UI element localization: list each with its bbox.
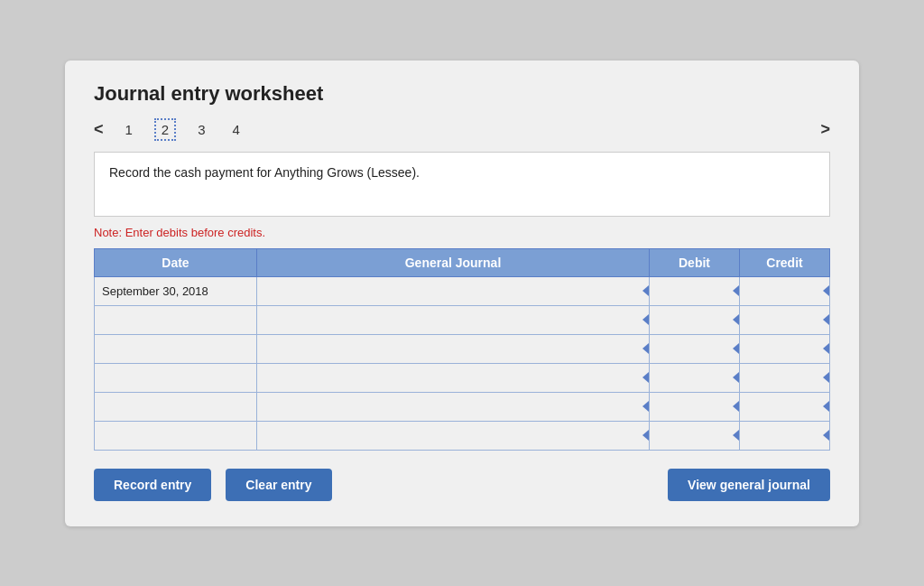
journal-input-cell-1[interactable] (257, 276, 650, 305)
next-arrow[interactable]: > (820, 120, 830, 139)
journal-input-1[interactable] (257, 277, 649, 305)
debit-input-cell-2[interactable] (650, 305, 740, 334)
note-text: Note: Enter debits before credits. (94, 226, 830, 239)
table-row: September 30, 2018 (95, 276, 830, 305)
journal-input-cell-5[interactable] (257, 392, 650, 421)
journal-input-2[interactable] (257, 306, 649, 334)
debit-input-cell-1[interactable] (650, 276, 740, 305)
debit-input-4[interactable] (650, 364, 739, 392)
credit-input-1[interactable] (740, 277, 829, 305)
debit-input-2[interactable] (650, 306, 739, 334)
tab-4[interactable]: 4 (227, 120, 245, 139)
credit-input-5[interactable] (740, 393, 829, 421)
tab-1[interactable]: 1 (120, 120, 138, 139)
journal-table: Date General Journal Debit Credit Septem… (94, 248, 830, 451)
credit-input-cell-3[interactable] (740, 334, 830, 363)
date-cell-5 (95, 392, 257, 421)
clear-entry-button[interactable]: Clear entry (226, 469, 331, 501)
table-row (95, 363, 830, 392)
debit-input-1[interactable] (650, 277, 739, 305)
table-row (95, 334, 830, 363)
credit-input-2[interactable] (740, 306, 829, 334)
debit-input-cell-5[interactable] (650, 392, 740, 421)
journal-input-cell-6[interactable] (257, 421, 650, 450)
tab-3[interactable]: 3 (192, 120, 210, 139)
tab-navigation: < 1 2 3 4 > (94, 118, 830, 141)
table-row (95, 421, 830, 450)
record-entry-button[interactable]: Record entry (94, 469, 211, 501)
prev-arrow[interactable]: < (94, 120, 104, 139)
journal-input-cell-3[interactable] (257, 334, 650, 363)
debit-input-cell-3[interactable] (650, 334, 740, 363)
debit-input-6[interactable] (650, 422, 739, 450)
table-row (95, 392, 830, 421)
page-title: Journal entry worksheet (94, 82, 830, 106)
date-cell-3 (95, 334, 257, 363)
journal-input-5[interactable] (257, 393, 649, 421)
debit-input-cell-4[interactable] (650, 363, 740, 392)
journal-input-6[interactable] (257, 422, 649, 450)
header-credit: Credit (740, 248, 830, 276)
instruction-box: Record the cash payment for Anything Gro… (94, 152, 830, 217)
credit-input-cell-5[interactable] (740, 392, 830, 421)
credit-input-cell-6[interactable] (740, 421, 830, 450)
journal-input-4[interactable] (257, 364, 649, 392)
credit-input-cell-2[interactable] (740, 305, 830, 334)
view-general-journal-button[interactable]: View general journal (668, 469, 830, 501)
credit-input-4[interactable] (740, 364, 829, 392)
journal-input-cell-4[interactable] (257, 363, 650, 392)
header-debit: Debit (650, 248, 740, 276)
journal-entry-worksheet: Journal entry worksheet < 1 2 3 4 > Reco… (65, 60, 859, 526)
credit-input-3[interactable] (740, 335, 829, 363)
debit-input-5[interactable] (650, 393, 739, 421)
date-cell-1: September 30, 2018 (95, 276, 257, 305)
date-cell-4 (95, 363, 257, 392)
debit-input-3[interactable] (650, 335, 739, 363)
date-cell-6 (95, 421, 257, 450)
instruction-text: Record the cash payment for Anything Gro… (109, 165, 420, 180)
debit-input-cell-6[interactable] (650, 421, 740, 450)
credit-input-cell-4[interactable] (740, 363, 830, 392)
credit-input-cell-1[interactable] (740, 276, 830, 305)
table-row (95, 305, 830, 334)
date-cell-2 (95, 305, 257, 334)
journal-input-3[interactable] (257, 335, 649, 363)
header-general-journal: General Journal (257, 248, 650, 276)
header-date: Date (95, 248, 257, 276)
credit-input-6[interactable] (740, 422, 829, 450)
tab-2[interactable]: 2 (154, 118, 176, 141)
button-row: Record entry Clear entry View general jo… (94, 469, 830, 501)
journal-input-cell-2[interactable] (257, 305, 650, 334)
date-value-1: September 30, 2018 (102, 284, 208, 298)
